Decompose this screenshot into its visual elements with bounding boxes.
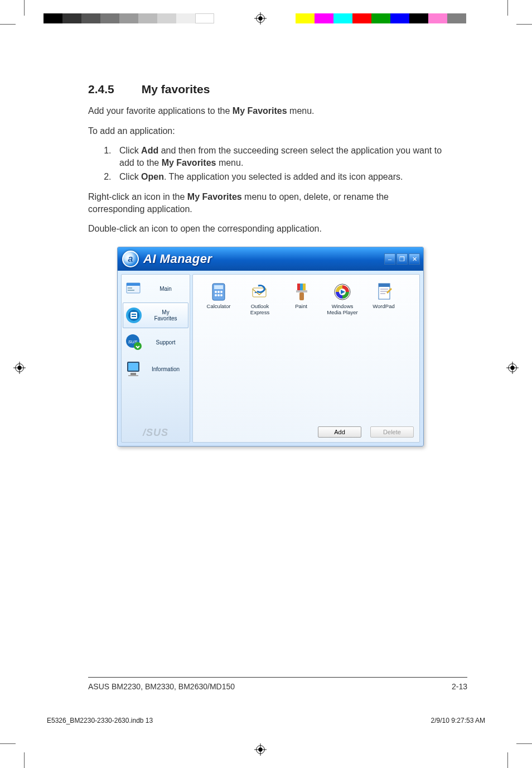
crop-mark — [516, 743, 532, 744]
lead-in: To add an application: — [88, 125, 445, 137]
svg-rect-23 — [132, 314, 136, 315]
sidebar-item-favorites[interactable]: My Favorites — [123, 303, 188, 328]
color-bar — [296, 13, 466, 23]
app-calculator[interactable]: Calculator — [199, 282, 239, 316]
svg-point-37 — [215, 294, 217, 296]
app-label: WordPad — [364, 304, 404, 310]
crop-mark — [507, 0, 508, 16]
registration-mark-icon — [13, 362, 26, 374]
app-logo-icon: a — [122, 251, 139, 267]
svg-rect-17 — [127, 283, 140, 286]
footer-right: 2-13 — [452, 682, 467, 691]
maximize-button[interactable]: ❐ — [396, 253, 408, 265]
svg-point-39 — [220, 294, 223, 296]
step-1: Click Add and then from the succeeding s… — [114, 145, 445, 169]
grayscale-bar — [43, 13, 214, 23]
ai-manager-window: a AI Manager – ❐ ✕ Main — [117, 247, 424, 447]
sidebar-item-label: My Favorites — [145, 309, 186, 321]
sidebar: Main My Favorites SUS Support — [121, 274, 190, 443]
print-filename: E5326_BM2230-2330-2630.indb 13 — [47, 717, 153, 724]
print-tag: E5326_BM2230-2330-2630.indb 13 2/9/10 9:… — [33, 717, 499, 724]
svg-rect-18 — [128, 287, 132, 289]
sidebar-item-label: Information — [145, 366, 186, 372]
svg-point-27 — [134, 342, 142, 350]
favorites-icon — [125, 306, 143, 324]
add-button[interactable]: Add — [318, 426, 361, 438]
svg-rect-44 — [296, 290, 307, 292]
app-label: Paint — [281, 304, 321, 310]
crop-mark — [516, 24, 532, 25]
svg-rect-24 — [132, 316, 136, 317]
page: 2.4.5 My favorites Add your favorite app… — [33, 33, 499, 735]
sidebar-item-support[interactable]: SUS Support — [123, 329, 188, 355]
app-wmp[interactable]: Windows Media Player — [322, 282, 362, 316]
svg-point-34 — [215, 291, 217, 293]
sidebar-item-label: Support — [145, 339, 186, 345]
outlook-icon — [250, 282, 269, 301]
app-label: Windows Media Player — [322, 304, 362, 316]
app-paint[interactable]: Paint — [281, 282, 321, 316]
app-label: Outlook Express — [240, 304, 280, 316]
page-footer: ASUS BM2230, BM2330, BM2630/MD150 2-13 — [88, 677, 467, 691]
delete-button[interactable]: Delete — [370, 426, 414, 438]
rightclick-paragraph: Right-click an icon in the My Favorites … — [88, 191, 445, 215]
svg-point-35 — [217, 291, 220, 293]
crop-mark — [0, 24, 16, 25]
crop-mark — [24, 752, 25, 768]
sidebar-item-information[interactable]: Information — [123, 356, 188, 382]
information-icon — [125, 360, 143, 378]
paint-icon — [292, 282, 311, 301]
registration-mark-icon — [254, 743, 267, 756]
sidebar-item-label: Main — [145, 286, 186, 292]
svg-rect-42 — [300, 284, 303, 290]
svg-rect-31 — [128, 375, 138, 376]
content: 2.4.5 My favorites Add your favorite app… — [88, 83, 445, 243]
registration-mark-icon — [254, 12, 267, 25]
svg-rect-19 — [128, 290, 134, 291]
sidebar-item-main[interactable]: Main — [123, 276, 188, 301]
intro-paragraph: Add your favorite applications to the My… — [88, 105, 445, 117]
section-number: 2.4.5 — [88, 83, 138, 96]
section-title: My favorites — [142, 83, 210, 95]
svg-rect-41 — [297, 284, 300, 290]
calculator-icon — [209, 282, 228, 301]
support-icon: SUS — [125, 333, 143, 351]
section-heading: 2.4.5 My favorites — [88, 83, 445, 96]
svg-rect-33 — [214, 285, 223, 289]
titlebar[interactable]: a AI Manager – ❐ ✕ — [118, 247, 423, 271]
print-date: 2/9/10 9:27:53 AM — [431, 717, 485, 724]
svg-rect-30 — [130, 373, 136, 375]
wordpad-icon — [374, 282, 393, 301]
svg-rect-45 — [299, 292, 304, 300]
crop-mark — [24, 0, 25, 16]
main-panel: Calculator Outlook Express Paint — [192, 274, 420, 443]
svg-point-38 — [217, 294, 220, 296]
window-title: AI Manager — [143, 252, 212, 266]
svg-point-36 — [220, 291, 223, 293]
registration-mark-icon — [506, 362, 519, 374]
svg-rect-43 — [303, 284, 306, 290]
brand-logo: /SUS — [122, 427, 190, 439]
svg-rect-22 — [130, 312, 137, 319]
steps-list: Click Add and then from the succeeding s… — [88, 145, 445, 183]
main-icon — [125, 280, 143, 297]
svg-rect-49 — [379, 284, 390, 287]
favorites-grid: Calculator Outlook Express Paint — [193, 275, 419, 324]
close-button[interactable]: ✕ — [409, 253, 420, 265]
crop-mark — [507, 752, 508, 768]
doubleclick-paragraph: Double-click an icon to open the corresp… — [88, 223, 445, 235]
app-label: Calculator — [199, 304, 239, 310]
footer-left: ASUS BM2230, BM2330, BM2630/MD150 — [88, 682, 235, 691]
crop-mark — [0, 743, 16, 744]
svg-rect-29 — [128, 363, 138, 371]
minimize-button[interactable]: – — [384, 253, 395, 265]
app-outlook[interactable]: Outlook Express — [240, 282, 280, 316]
step-2: Click Open. The application you selected… — [114, 171, 445, 183]
wmp-icon — [333, 282, 352, 301]
app-wordpad[interactable]: WordPad — [364, 282, 404, 316]
